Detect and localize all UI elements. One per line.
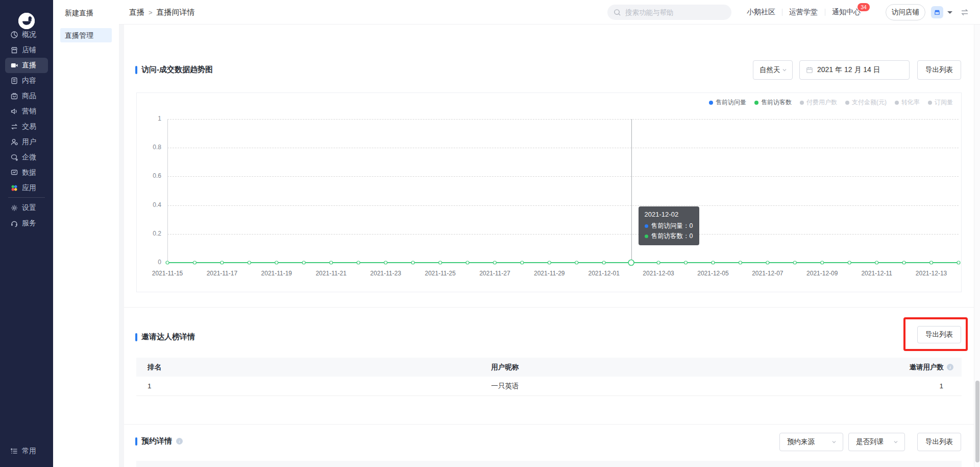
legend-item[interactable]: 售前访客数 (754, 98, 792, 107)
legend-label: 转化率 (901, 98, 920, 107)
scrollbar-thumb[interactable] (975, 381, 979, 462)
sidebar-item-label: 内容 (22, 76, 36, 85)
new-live-button[interactable]: 新建直播 (65, 9, 93, 18)
col-nickname: 用户昵称 (491, 363, 796, 372)
sidebar-item-wecom[interactable]: 企微 (5, 150, 48, 165)
info-icon[interactable]: i (947, 364, 953, 370)
sidebar-item-service[interactable]: 服务 (5, 216, 48, 231)
x-axis-label: 2021-12-05 (685, 270, 741, 277)
chevron-down-icon (831, 439, 837, 445)
shop-avatar[interactable] (931, 6, 943, 18)
x-axis-label: 2021-12-11 (849, 270, 905, 277)
wecom-icon (10, 153, 18, 161)
legend-item[interactable]: 售前访问量 (709, 98, 746, 107)
header-divider (782, 9, 782, 16)
trend-chart[interactable]: 售前访问量售前访客数付费用户数支付金额(元)转化率订阅量 00.20.40.60… (136, 92, 962, 292)
y-axis-label: 1 (137, 115, 161, 122)
legend-item[interactable]: 支付金额(元) (845, 98, 887, 107)
booking-table-header-partial (136, 461, 962, 467)
community-link[interactable]: 小鹅社区 (747, 0, 775, 25)
notification-link[interactable]: 通知中心 (832, 0, 861, 25)
apps-icon (10, 184, 18, 192)
header-divider (825, 9, 825, 16)
legend-dot-icon (709, 101, 713, 105)
col-invited: 邀请用户数i (797, 363, 962, 372)
sidebar-item-label: 服务 (22, 219, 36, 228)
notification-badge: 34 (857, 3, 870, 11)
scrollbar-track (974, 25, 980, 467)
trend-section-title: 访问-成交数据趋势图 (135, 65, 213, 75)
sidebar-item-label: 店铺 (22, 45, 36, 55)
x-axis-label: 2021-11-27 (467, 270, 523, 277)
sidebar-item-settings[interactable]: 设置 (5, 200, 48, 216)
legend-item[interactable]: 转化率 (895, 98, 920, 107)
sidebar-footer: 常用 (0, 443, 53, 459)
legend-label: 售前访问量 (716, 98, 746, 107)
sidebar-item-overview[interactable]: 概况 (5, 27, 48, 42)
x-axis-label: 2021-11-23 (358, 270, 414, 277)
sidebar-item-users[interactable]: 用户 (5, 134, 48, 150)
sidebar-item-label: 直播 (22, 61, 36, 70)
legend-label: 付费用户数 (806, 98, 837, 107)
booking-title-text: 预约详情 (141, 436, 172, 446)
export-ranking-button[interactable]: 导出列表 (917, 326, 961, 343)
legend-label: 订阅量 (935, 98, 953, 107)
ranking-section-title: 邀请达人榜详情 (135, 332, 195, 342)
sidebar-item-data[interactable]: 数据 (5, 165, 48, 180)
sidebar-item-label: 用户 (22, 137, 36, 147)
trade-icon (10, 123, 18, 131)
sidebar-nav-bottom: 设置服务 (0, 200, 53, 231)
academy-link[interactable]: 运营学堂 (789, 0, 818, 25)
x-axis-label: 2021-11-17 (194, 270, 250, 277)
export-booking-button[interactable]: 导出列表 (917, 433, 961, 451)
subbar-scroll-gutter (119, 25, 124, 467)
legend-dot-icon (895, 101, 899, 105)
sidebar-item-label: 应用 (22, 183, 36, 193)
sidebar-item-common[interactable]: 常用 (5, 443, 48, 459)
service-icon (10, 219, 18, 227)
sidebar-item-label: 常用 (22, 447, 36, 456)
granularity-select[interactable]: 自然天 (753, 60, 793, 80)
ranking-title-text: 邀请达人榜详情 (141, 332, 195, 342)
switch-account-icon[interactable] (960, 8, 969, 17)
sidebar-item-content[interactable]: 内容 (5, 73, 48, 88)
attendance-select[interactable]: 是否到课 (848, 433, 905, 451)
date-value: 2021 年 12 月 14 日 (817, 65, 880, 75)
info-icon[interactable]: i (176, 438, 183, 445)
y-axis-label: 0.4 (137, 201, 161, 208)
export-trend-button[interactable]: 导出列表 (917, 60, 961, 80)
breadcrumb-separator: > (149, 9, 153, 16)
sidebar-item-apps[interactable]: 应用 (5, 180, 48, 196)
breadcrumb-live[interactable]: 直播 (129, 8, 144, 17)
x-axis-label: 2021-11-19 (249, 270, 305, 277)
search-input[interactable] (625, 9, 717, 16)
data-icon (10, 169, 18, 177)
gear-icon (10, 204, 18, 212)
search-box[interactable] (607, 5, 731, 20)
booking-source-value: 预约来源 (787, 437, 815, 447)
sidebar-item-goods[interactable]: 商品 (5, 88, 48, 104)
live-manage-item[interactable]: 直播管理 (60, 28, 112, 42)
sidebar-item-live[interactable]: 直播 (5, 58, 48, 73)
pie-icon (10, 31, 18, 39)
date-picker[interactable]: 2021 年 12 月 14 日 (799, 60, 910, 80)
trend-title-text: 访问-成交数据趋势图 (141, 65, 213, 75)
legend-item[interactable]: 订阅量 (928, 98, 953, 107)
legend-item[interactable]: 付费用户数 (800, 98, 837, 107)
booking-source-select[interactable]: 预约来源 (779, 433, 843, 451)
marketing-icon (10, 107, 18, 115)
live-icon (10, 61, 18, 69)
x-axis-label: 2021-12-09 (794, 270, 850, 277)
attendance-value: 是否到课 (856, 437, 884, 447)
chevron-down-icon[interactable] (947, 11, 952, 14)
sidebar-item-trade[interactable]: 交易 (5, 119, 48, 134)
title-accent-bar (135, 333, 137, 341)
cell-rank: 1 (136, 382, 491, 390)
tooltip-row: 售前访客数：0 (645, 231, 693, 241)
sidebar-item-shop[interactable]: 店铺 (5, 42, 48, 58)
cell-invited: 1 (797, 382, 962, 390)
tooltip-date: 2021-12-02 (645, 211, 693, 218)
sidebar-item-marketing[interactable]: 营销 (5, 104, 48, 119)
visit-shop-button[interactable]: 访问店铺 (886, 4, 925, 20)
col-rank: 排名 (136, 363, 491, 372)
